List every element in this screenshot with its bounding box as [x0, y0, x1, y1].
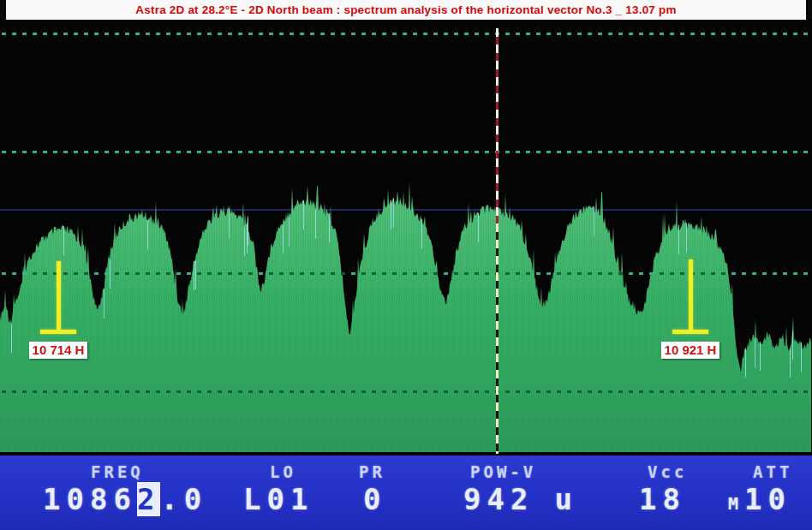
freq-edit-cursor[interactable]: 2	[137, 482, 160, 516]
freq-digits-before: 1086	[43, 482, 137, 516]
lo-label: LO	[270, 462, 296, 481]
marker-line	[689, 259, 693, 331]
pr-value: 0	[363, 482, 386, 516]
att-label: ATT	[753, 462, 792, 481]
title-bar: Astra 2D at 28.2°E - 2D North beam : spe…	[0, 0, 812, 20]
pow-v-unit: u	[554, 482, 577, 516]
pr-label: PR	[359, 462, 385, 481]
marker-line	[57, 261, 61, 331]
freq-label: FREQ	[91, 462, 144, 481]
vcc-label: Vcc	[648, 462, 687, 481]
pow-v-value: 942u	[463, 482, 578, 516]
vcc-value: 18	[639, 482, 686, 516]
status-bar: FREQ LO PR POW-V Vcc ATT 10862.0 L01 0 9…	[0, 454, 812, 530]
meter-screen: Astra 2D at 28.2°E - 2D North beam : spe…	[0, 0, 812, 530]
att-number: 10	[744, 482, 791, 516]
marker-10714: 10 714 H	[20, 261, 97, 359]
marker-10921: 10 921 H	[652, 259, 729, 359]
lo-value: L01	[243, 482, 313, 516]
marker-foot	[672, 330, 708, 334]
marker-label: 10 714 H	[29, 342, 88, 359]
marker-label: 10 921 H	[661, 342, 720, 359]
page-title: Astra 2D at 28.2°E - 2D North beam : spe…	[135, 3, 676, 16]
marker-foot	[40, 330, 76, 334]
pow-v-label: POW-V	[470, 462, 536, 481]
att-mode-prefix: M	[728, 493, 740, 514]
att-value: M10	[728, 482, 791, 516]
pow-v-number: 942	[463, 482, 534, 516]
freq-digits-after: .0	[160, 482, 207, 516]
freq-value[interactable]: 10862.0	[43, 482, 207, 516]
spectrum-plot: 10 714 H 10 921 H	[0, 20, 812, 454]
spectrum-canvas	[0, 20, 812, 454]
